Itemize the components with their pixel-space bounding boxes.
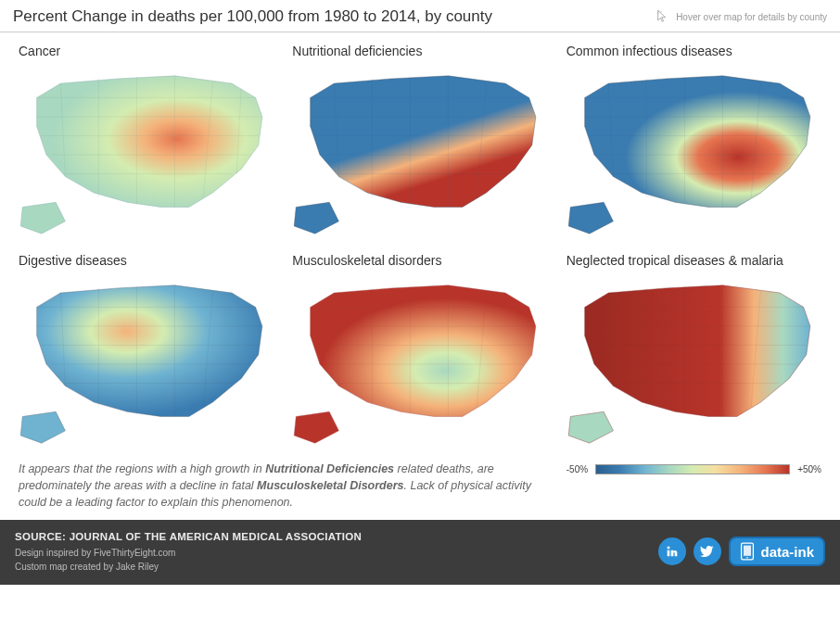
us-map-svg bbox=[286, 273, 553, 455]
legend-max: +50% bbox=[797, 464, 821, 474]
legend-gradient bbox=[595, 464, 790, 474]
cursor-icon bbox=[655, 9, 670, 24]
us-map-svg bbox=[13, 273, 279, 455]
panel-title: Cancer bbox=[19, 44, 279, 58]
us-map-svg bbox=[561, 64, 827, 246]
hover-hint-text: Hover over map for details by county bbox=[676, 12, 827, 22]
panel-title: Nutritional deficiencies bbox=[292, 44, 553, 58]
footer-actions: data-ink bbox=[658, 537, 825, 566]
blurb-text: It appears that the regions with a high … bbox=[19, 462, 265, 475]
panel-infectious: Common infectious diseases bbox=[561, 42, 827, 246]
panel-title: Common infectious diseases bbox=[566, 44, 827, 58]
footer-map-credit: Custom map created by Jake Riley bbox=[15, 560, 362, 574]
footer-source: SOURCE: JOURNAL OF THE AMERICAN MEDICAL … bbox=[15, 529, 362, 545]
choropleth-map[interactable] bbox=[561, 64, 827, 246]
panel-nutritional: Nutritional deficiencies bbox=[286, 42, 553, 246]
tablet-icon bbox=[740, 542, 755, 561]
us-map-svg bbox=[286, 64, 553, 246]
header-row: Percent Change in deaths per 100,000 fro… bbox=[0, 0, 840, 32]
legend-min: -50% bbox=[566, 464, 588, 474]
footer-bar: SOURCE: JOURNAL OF THE AMERICAN MEDICAL … bbox=[0, 520, 840, 584]
blurb-text: could be a leading factor to explain thi… bbox=[19, 496, 293, 509]
map-grid: Cancer Nutr bbox=[0, 32, 840, 459]
blurb-em: Nutritional Deficiencies bbox=[265, 462, 394, 475]
choropleth-map[interactable] bbox=[13, 273, 279, 455]
panel-title: Neglected tropical diseases & malaria bbox=[566, 253, 827, 268]
commentary-blurb: It appears that the regions with a high … bbox=[0, 459, 550, 520]
choropleth-map[interactable] bbox=[561, 273, 827, 455]
choropleth-map[interactable] bbox=[13, 64, 279, 246]
panel-digestive: Digestive diseases bbox=[13, 251, 279, 455]
blurb-text: . Lack of physical activity bbox=[404, 479, 532, 492]
twitter-icon bbox=[700, 544, 715, 559]
panel-tropical: Neglected tropical diseases & malaria bbox=[561, 251, 827, 455]
twitter-button[interactable] bbox=[694, 537, 721, 565]
blurb-text: predominately the areas with a decline i… bbox=[19, 479, 257, 492]
choropleth-map[interactable] bbox=[286, 273, 553, 455]
data-ink-badge[interactable]: data-ink bbox=[729, 537, 825, 566]
color-legend: -50% +50% bbox=[554, 459, 840, 478]
hover-hint: Hover over map for details by county bbox=[655, 9, 827, 24]
choropleth-map[interactable] bbox=[286, 64, 553, 246]
blurb-em: Musculoskeletal Disorders bbox=[257, 479, 403, 492]
panel-title: Digestive diseases bbox=[19, 253, 279, 268]
us-map-svg bbox=[561, 273, 827, 455]
linkedin-icon bbox=[665, 544, 680, 559]
panel-musculoskeletal: Musculoskeletal disorders bbox=[286, 251, 553, 455]
svg-point-2 bbox=[747, 557, 749, 559]
blurb-text: related deaths, are bbox=[394, 462, 494, 475]
panel-cancer: Cancer bbox=[13, 42, 279, 246]
footer-credits: SOURCE: JOURNAL OF THE AMERICAN MEDICAL … bbox=[15, 529, 362, 573]
us-map-svg bbox=[13, 64, 279, 246]
linkedin-button[interactable] bbox=[658, 537, 686, 565]
svg-rect-1 bbox=[744, 546, 751, 556]
page-title: Percent Change in deaths per 100,000 fro… bbox=[13, 7, 492, 26]
badge-label: data-ink bbox=[760, 544, 814, 560]
panel-title: Musculoskeletal disorders bbox=[292, 253, 553, 268]
footer-design-credit: Design inspired by FiveThirtyEight.com bbox=[15, 546, 362, 560]
